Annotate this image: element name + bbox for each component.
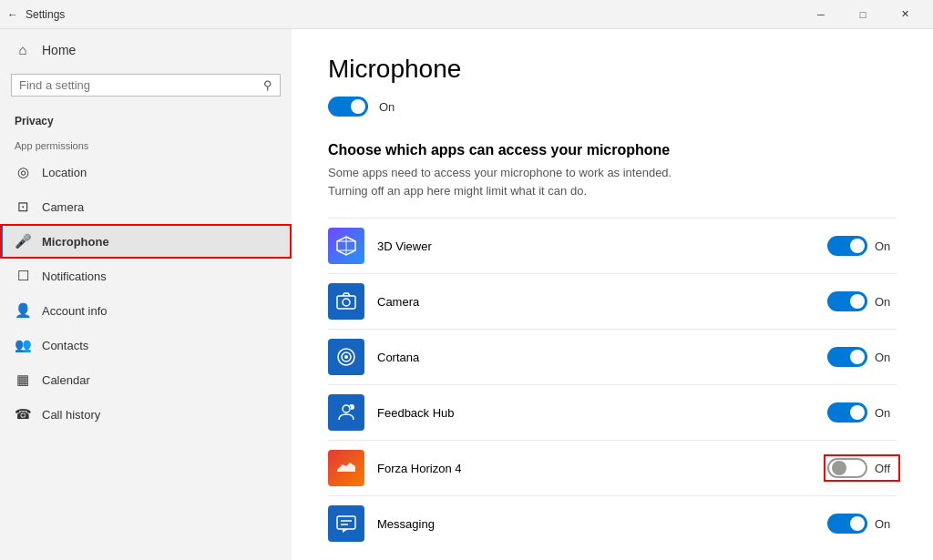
- app-icon-forza: [328, 450, 364, 486]
- app-name-camera: Camera: [377, 295, 827, 309]
- app-name-cortana: Cortana: [377, 351, 827, 364]
- toggle-switch-3d-viewer[interactable]: [827, 236, 867, 256]
- toggle-switch-camera[interactable]: [827, 291, 867, 311]
- toggle-switch-messaging[interactable]: [827, 514, 867, 534]
- sidebar-item-label: Notifications: [42, 270, 107, 283]
- main-microphone-toggle[interactable]: [328, 97, 368, 117]
- sidebar-item-location[interactable]: ◎ Location: [0, 155, 292, 189]
- microphone-icon: 🎤: [15, 233, 31, 249]
- svg-rect-4: [337, 296, 355, 309]
- page-title: Microphone: [328, 55, 897, 84]
- app-row-cortana: Cortana On: [328, 329, 897, 384]
- call-history-icon: ☎: [15, 406, 31, 423]
- sidebar-item-label: Contacts: [42, 339, 88, 352]
- toggle-label-feedback-hub: On: [875, 406, 897, 420]
- sidebar-item-camera[interactable]: ⊡ Camera: [0, 189, 292, 224]
- app-icon-3d-viewer: [328, 228, 364, 264]
- search-input[interactable]: [19, 78, 263, 92]
- sidebar-item-calendar[interactable]: ▦ Calendar: [0, 362, 292, 397]
- close-button[interactable]: ✕: [884, 0, 926, 29]
- toggle-label-forza: Off: [875, 462, 897, 475]
- toggle-switch-feedback-hub[interactable]: [827, 402, 867, 423]
- app-icon-messaging: [328, 505, 364, 542]
- app-name-messaging: Messaging: [377, 517, 827, 531]
- content-area: Microphone On Choose which apps can acce…: [292, 29, 933, 560]
- window-controls: ─ □ ✕: [800, 0, 926, 29]
- contacts-icon: 👥: [15, 337, 31, 353]
- toggle-label-messaging: On: [875, 517, 897, 531]
- toggle-switch-cortana[interactable]: [827, 347, 867, 367]
- privacy-label: Privacy: [0, 107, 292, 131]
- toggle-knob: [850, 239, 865, 253]
- sidebar-item-contacts[interactable]: 👥 Contacts: [0, 328, 292, 362]
- sidebar-item-label: Call history: [42, 408, 100, 422]
- app-row-feedback-hub: ! Feedback Hub On: [328, 384, 897, 440]
- home-icon: ⌂: [15, 42, 31, 57]
- toggle-knob: [832, 461, 846, 475]
- toggle-forza: Off: [827, 458, 897, 478]
- notifications-icon: ☐: [15, 268, 31, 284]
- section-desc: Some apps need to access your microphone…: [328, 164, 897, 199]
- maximize-button[interactable]: □: [842, 0, 884, 29]
- app-name-forza: Forza Horizon 4: [377, 462, 827, 475]
- app-icon-cortana: [328, 339, 364, 375]
- svg-rect-12: [337, 516, 355, 529]
- main-layout: ⌂ Home ⚲ Privacy App permissions ◎ Locat…: [0, 29, 933, 560]
- calendar-icon: ▦: [15, 372, 31, 388]
- sidebar-item-label: Location: [42, 166, 87, 179]
- toggle-knob: [351, 99, 365, 114]
- toggle-knob: [850, 350, 865, 364]
- app-row-messaging: Messaging On: [328, 495, 897, 551]
- toggle-label-camera: On: [875, 295, 897, 309]
- sidebar-item-label: Microphone: [42, 235, 109, 249]
- app-icon-feedback-hub: !: [328, 394, 364, 431]
- sidebar-item-label: Camera: [42, 200, 84, 214]
- app-row-camera: Camera On: [328, 273, 897, 329]
- app-name-feedback-hub: Feedback Hub: [377, 406, 827, 420]
- location-icon: ◎: [15, 164, 31, 180]
- account-info-icon: 👤: [15, 302, 31, 319]
- sidebar-item-label: Account info: [42, 304, 108, 318]
- minimize-button[interactable]: ─: [800, 0, 842, 29]
- main-toggle-label: On: [379, 100, 401, 114]
- back-button[interactable]: ←: [7, 8, 18, 21]
- home-label: Home: [42, 43, 76, 57]
- app-icon-camera: [328, 283, 364, 320]
- app-list: 3D Viewer On Camera On: [328, 218, 897, 551]
- search-icon: ⚲: [263, 78, 272, 92]
- toggle-knob: [850, 516, 865, 531]
- sidebar-home-item[interactable]: ⌂ Home: [0, 29, 292, 70]
- app-permissions-label: App permissions: [0, 131, 292, 155]
- toggle-3d-viewer: On: [827, 236, 897, 256]
- toggle-messaging: On: [827, 514, 897, 534]
- toggle-switch-forza[interactable]: [827, 458, 867, 478]
- toggle-camera: On: [827, 291, 897, 311]
- sidebar-item-call-history[interactable]: ☎ Call history: [0, 397, 292, 432]
- app-row-3d-viewer: 3D Viewer On: [328, 218, 897, 273]
- sidebar-item-microphone[interactable]: 🎤 Microphone: [0, 224, 292, 259]
- section-heading: Choose which apps can access your microp…: [328, 142, 897, 158]
- svg-point-5: [343, 299, 350, 306]
- app-name-3d-viewer: 3D Viewer: [377, 239, 827, 253]
- toggle-knob: [850, 294, 865, 309]
- main-toggle-row: On: [328, 97, 897, 117]
- toggle-feedback-hub: On: [827, 402, 897, 423]
- app-row-forza: Forza Horizon 4 Off: [328, 440, 897, 495]
- toggle-label-cortana: On: [875, 351, 897, 364]
- title-bar-title: Settings: [26, 8, 800, 21]
- sidebar: ⌂ Home ⚲ Privacy App permissions ◎ Locat…: [0, 29, 292, 560]
- sidebar-item-account-info[interactable]: 👤 Account info: [0, 293, 292, 328]
- svg-point-8: [344, 355, 348, 359]
- sidebar-item-notifications[interactable]: ☐ Notifications: [0, 259, 292, 293]
- sidebar-item-label: Calendar: [42, 373, 90, 387]
- toggle-knob: [850, 405, 865, 420]
- toggle-cortana: On: [827, 347, 897, 367]
- camera-icon: ⊡: [15, 199, 31, 215]
- search-box[interactable]: ⚲: [11, 74, 281, 97]
- title-bar: ← Settings ─ □ ✕: [0, 0, 933, 29]
- toggle-label-3d-viewer: On: [875, 239, 897, 253]
